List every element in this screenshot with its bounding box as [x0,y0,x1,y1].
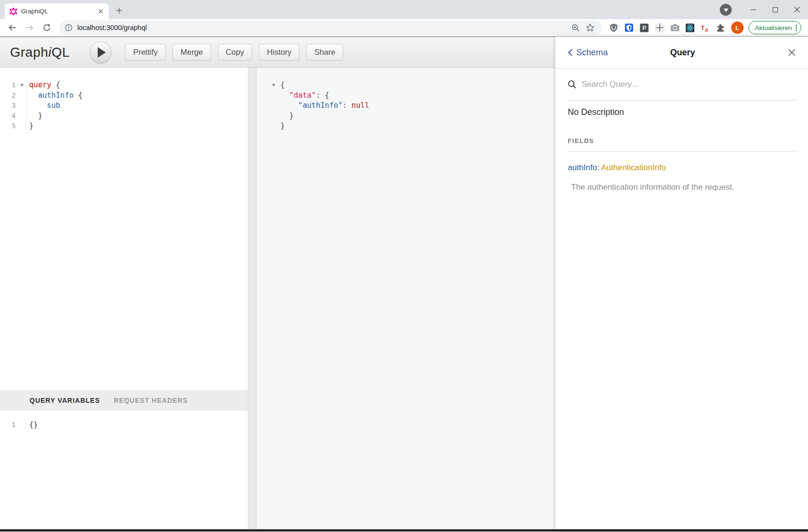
code-line[interactable]: "data": { [256,91,555,101]
fold-gutter [18,121,26,132]
line-number: 4 [0,111,18,122]
reload-icon[interactable] [40,21,53,34]
fold-gutter [18,111,26,122]
doc-back-label: Schema [576,48,608,58]
window-close-button[interactable] [786,0,808,19]
line-number: 5 [0,121,18,132]
pane-divider[interactable] [248,68,256,529]
line-number: 2 [0,91,18,101]
fold-gutter [18,101,26,111]
tab-request-headers[interactable]: REQUEST HEADERS [114,397,188,404]
toolbar-button-share[interactable]: Share [306,44,343,61]
query-column: 1query {2 authInfo {3 sub4 }5} QUERY VAR… [0,68,248,529]
browser-toolbar: localhost:3000/graphql P Tp [0,19,808,37]
graphql-favicon [10,8,17,15]
doc-search-row [568,69,797,101]
chevron-left-icon [568,49,573,56]
fold-gutter [18,91,26,101]
browser-titlebar: GraphiQL [0,0,808,19]
bitwarden-icon[interactable] [623,21,635,34]
tab-title: GraphiQL [21,8,96,15]
fold-gutter[interactable] [18,80,26,91]
code-line[interactable]: } [256,111,555,122]
bookmark-star-icon[interactable] [583,21,597,34]
zoom-icon[interactable] [569,21,583,34]
graphiql-logo: GraphiQL [10,45,70,60]
toolbar-button-merge[interactable]: Merge [173,44,211,61]
field-row: authInfo: AuthenticationInfo [568,163,797,173]
tampermonkey-tp-icon[interactable]: Tp [699,21,712,34]
editor-bar: 1query {2 authInfo {3 sub4 }5} QUERY VAR… [0,68,555,529]
doc-close-icon[interactable] [786,47,798,58]
tab-query-variables[interactable]: QUERY VARIABLES [30,397,100,404]
extensions-puzzle-icon[interactable] [715,21,727,34]
execute-button[interactable] [90,41,112,63]
tab-close-icon[interactable] [96,7,105,16]
code-line[interactable]: } [256,121,555,132]
secondary-tabs: QUERY VARIABLESREQUEST HEADERS [0,390,248,410]
profile-avatar[interactable]: L [731,21,744,34]
field-name-link[interactable]: authInfo [568,163,597,172]
toolbar-button-copy[interactable]: Copy [218,44,253,61]
code-line[interactable]: 1query { [0,80,248,91]
pill-menu-dots-icon [796,25,797,31]
field-description: The authentication information of the re… [568,183,797,192]
aktualisieren-button[interactable]: Aktualisieren [748,21,801,34]
browser-tab[interactable]: GraphiQL [5,3,109,19]
camera-icon[interactable] [669,21,681,34]
ext-tp-label: T [701,24,705,31]
extensions-row: P Tp L Aktualisieren [606,21,804,34]
pocket-p-icon[interactable]: P [638,21,651,34]
back-icon[interactable] [6,21,19,34]
code-line[interactable]: "authInfo": null [256,101,555,111]
play-icon [98,47,106,58]
code-line[interactable]: 3 sub [0,101,248,111]
line-number: 1 [0,420,18,430]
fold-arrow-icon[interactable] [272,84,276,87]
doc-back-link[interactable]: Schema [568,48,644,58]
address-text[interactable]: localhost:3000/graphql [77,24,568,31]
fold-gutter[interactable] [256,80,277,91]
query-editor[interactable]: 1query {2 authInfo {3 sub4 }5} [0,68,248,390]
move-circle-icon[interactable] [654,21,666,34]
code-line[interactable]: 2 authInfo { [0,91,248,101]
fold-gutter [18,420,26,430]
code-line[interactable]: 4 } [0,111,248,122]
aktualisieren-label: Aktualisieren [755,24,792,31]
doc-content: No Description FIELDS authInfo: Authenti… [555,101,808,192]
doc-explorer: Schema Query No Description FIELDS authI… [555,37,808,529]
field-type-link[interactable]: AuthenticationInfo [601,163,666,172]
result-viewer[interactable]: { "data": { "authInfo": null }} [256,68,555,529]
fold-gutter [256,111,277,122]
ublock-origin-icon[interactable] [608,21,620,34]
variables-editor[interactable]: 1{} [0,410,248,529]
type-description: No Description [568,107,797,117]
code-line[interactable]: 5} [0,121,248,132]
search-input[interactable] [582,80,797,89]
graphiql-app: GraphiQL PrettifyMergeCopyHistoryShare 1… [0,37,808,529]
graphiql-toolbar: GraphiQL PrettifyMergeCopyHistoryShare [0,37,555,68]
window-maximize-button[interactable] [764,0,786,19]
code-line[interactable]: 1{} [0,420,248,430]
react-devtools-icon[interactable] [684,21,696,34]
line-number: 1 [0,80,18,91]
browser-update-badge-icon[interactable] [720,4,732,16]
line-number: 3 [0,101,18,111]
svg-text:p: p [705,27,708,32]
new-tab-button[interactable] [113,4,126,17]
doc-title: Query [644,48,721,58]
window-minimize-button[interactable] [742,0,764,19]
fields-divider [568,151,797,152]
site-info-icon[interactable] [65,24,72,31]
fold-gutter [256,91,277,101]
doc-explorer-header: Schema Query [555,37,808,69]
code-line[interactable]: { [256,80,555,91]
address-bar[interactable]: localhost:3000/graphql [59,20,602,35]
toolbar-button-group: PrettifyMergeCopyHistoryShare [125,44,343,61]
toolbar-button-history[interactable]: History [259,44,299,61]
fold-arrow-icon[interactable] [20,84,24,87]
fields-section-label: FIELDS [568,137,797,144]
forward-icon[interactable] [23,21,36,34]
toolbar-button-prettify[interactable]: Prettify [125,44,165,61]
search-icon [568,80,576,89]
